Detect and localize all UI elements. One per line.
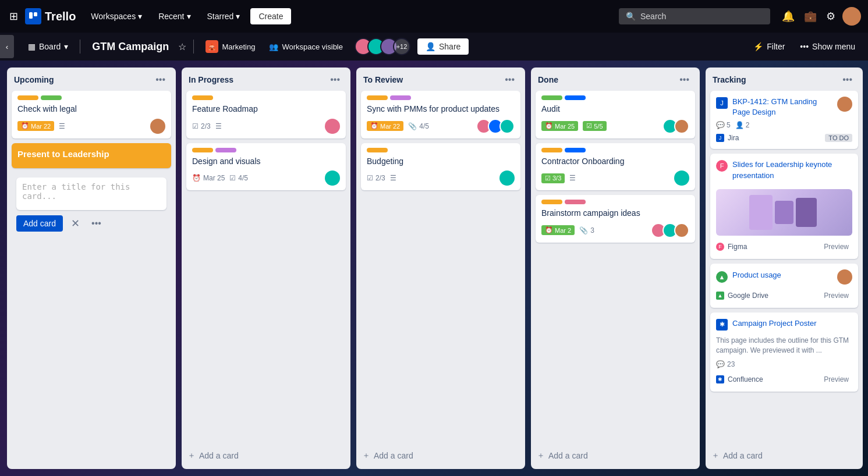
notification-icon[interactable]: 🔔 xyxy=(780,8,797,25)
label-blue xyxy=(565,148,586,152)
svg-rect-4 xyxy=(796,198,817,227)
add-card-submit-button[interactable]: Add card xyxy=(16,215,63,232)
checklist-badge-green: ☑ 3/3 xyxy=(541,173,565,183)
column-to-review-title: To Review xyxy=(363,75,501,84)
gdrive-small-icon: ▲ xyxy=(716,292,724,300)
filter-button[interactable]: ⚡ Filter xyxy=(747,39,791,54)
label-orange xyxy=(367,148,388,152)
card-brainstorm[interactable]: Brainstorm campaign ideas ⏰ Mar 2 📎 3 xyxy=(536,195,695,243)
new-card-title-input[interactable] xyxy=(22,182,161,203)
card-sync-pmms-avatars xyxy=(476,119,515,134)
avatar-3 xyxy=(499,119,515,134)
navbar: ⊞ Trello Workspaces ▾ Recent ▾ Starred ▾… xyxy=(0,0,868,33)
card-present-leadership[interactable]: Present to Leadership xyxy=(12,143,171,168)
campaign-poster-preview-button[interactable]: Preview xyxy=(820,374,852,385)
card-sync-pmms-title: Sync with PMMs for product updates xyxy=(367,104,515,115)
slides-preview-button[interactable]: Preview xyxy=(820,241,852,252)
product-usage-title[interactable]: Product usage xyxy=(732,270,832,280)
add-card-cancel-button[interactable]: ✕ xyxy=(68,215,83,232)
card-sync-pmms-footer: ⏰ Mar 22 📎 4/5 xyxy=(367,119,515,134)
card-feature-roadmap-title: Feature Roadmap xyxy=(192,104,340,115)
search-box[interactable]: 🔍 Search xyxy=(619,8,770,24)
member-count[interactable]: +12 xyxy=(393,38,410,55)
checklist-badge: ☑ 4/5 xyxy=(229,174,248,182)
column-upcoming-header: Upcoming ••• xyxy=(7,68,176,91)
grid-icon[interactable]: ⊞ xyxy=(7,8,20,25)
column-to-review-menu[interactable]: ••• xyxy=(501,73,518,86)
board-header: ‹ ▦ Board ▾ GTM Campaign ☆ 🎪 Marketing 👥… xyxy=(0,33,868,61)
add-icon: ＋ xyxy=(537,450,545,461)
column-done-menu[interactable]: ••• xyxy=(676,73,693,86)
label-pink xyxy=(565,200,586,204)
card-check-legal[interactable]: Check with legal ⏰ Mar 22 ☰ xyxy=(12,91,171,138)
checklist-badge: ☑ 2/3 xyxy=(192,122,211,130)
clock-icon: ⏰ xyxy=(545,226,553,234)
user-avatar[interactable] xyxy=(842,7,861,26)
workspace-icon: 🎪 xyxy=(206,40,218,53)
add-card-button-done[interactable]: ＋ Add a card xyxy=(531,447,700,464)
column-to-review-cards: Sync with PMMs for product updates ⏰ Mar… xyxy=(356,91,525,445)
visibility-button[interactable]: 👥 Workspace visible xyxy=(264,40,348,54)
card-contractor-onboarding-title: Contractor Onboarding xyxy=(541,156,689,168)
campaign-poster-title[interactable]: Campaign Project Poster xyxy=(732,318,817,329)
confluence-small-icon: ✱ xyxy=(716,375,724,383)
trello-logo-icon xyxy=(25,8,41,24)
add-card-button-to-review[interactable]: ＋ Add a card xyxy=(356,447,525,464)
column-done-title: Done xyxy=(538,75,676,84)
checklist-badge-green: ☑ 5/5 xyxy=(583,121,606,131)
add-card-more-button[interactable]: ••• xyxy=(88,216,105,231)
add-card-tracking-label: Add a card xyxy=(723,451,763,460)
card-budgeting-avatar xyxy=(499,170,515,186)
label-orange xyxy=(541,200,562,204)
nav-action-icons: 🔔 💼 ⚙ xyxy=(780,7,861,26)
jira-source-label: J Jira xyxy=(716,134,739,142)
column-in-progress-menu[interactable]: ••• xyxy=(327,73,343,86)
column-in-progress: In Progress ••• Feature Roadmap ☑ 2/3 ☰ xyxy=(182,68,350,469)
card-check-legal-labels xyxy=(17,95,165,100)
card-audit-title: Audit xyxy=(541,104,689,115)
card-budgeting[interactable]: Budgeting ☑ 2/3 ☰ xyxy=(361,143,520,191)
campaign-poster-description: This page includes the outline for this … xyxy=(716,336,852,356)
tracking-card-campaign-poster[interactable]: ✱ Campaign Project Poster This page incl… xyxy=(710,312,858,392)
column-upcoming-menu[interactable]: ••• xyxy=(152,73,169,86)
filter-label: Filter xyxy=(767,42,785,51)
card-feature-roadmap-labels xyxy=(192,95,340,100)
card-budgeting-footer: ☑ 2/3 ☰ xyxy=(367,170,515,186)
card-design-visuals[interactable]: Design and visuals ⏰ Mar 25 ☑ 4/5 xyxy=(186,143,346,191)
card-budgeting-labels xyxy=(367,148,515,152)
starred-menu[interactable]: Starred ▾ xyxy=(201,8,246,24)
tracking-card-product-usage[interactable]: ▲ Product usage ▲ Google Drive Preview xyxy=(710,264,858,308)
create-button[interactable]: Create xyxy=(250,8,291,24)
briefcase-icon[interactable]: 💼 xyxy=(802,8,819,25)
bkp1412-title[interactable]: BKP-1412: GTM Landing Page Design xyxy=(732,97,832,118)
share-button[interactable]: 👤 Share xyxy=(417,38,469,55)
slides-title[interactable]: Slides for Leadership keynote presentati… xyxy=(732,159,852,180)
product-usage-preview-button[interactable]: Preview xyxy=(820,290,852,301)
recent-menu[interactable]: Recent ▾ xyxy=(153,8,196,24)
card-feature-roadmap[interactable]: Feature Roadmap ☑ 2/3 ☰ xyxy=(186,91,346,138)
card-contractor-onboarding[interactable]: Contractor Onboarding ☑ 3/3 ☰ xyxy=(536,143,695,191)
board-view-label: Board xyxy=(39,42,61,51)
card-design-visuals-footer: ⏰ Mar 25 ☑ 4/5 xyxy=(192,170,340,186)
card-sync-pmms[interactable]: Sync with PMMs for product updates ⏰ Mar… xyxy=(361,91,520,138)
add-card-button-in-progress[interactable]: ＋ Add a card xyxy=(182,447,350,464)
star-button[interactable]: ☆ xyxy=(178,41,186,52)
workspace-link[interactable]: 🎪 Marketing xyxy=(201,37,260,56)
sidebar-toggle[interactable]: ‹ xyxy=(0,35,14,58)
description-badge: ☰ xyxy=(390,174,396,182)
member-avatars: +12 xyxy=(355,38,410,55)
confluence-source-label: ✱ Confluence xyxy=(716,375,763,383)
attachment-badge: 📎 4/5 xyxy=(408,122,429,130)
column-tracking-menu[interactable]: ••• xyxy=(839,73,856,86)
add-card-button-tracking[interactable]: ＋ Add a card xyxy=(706,447,863,464)
jira-icon: J xyxy=(716,97,728,109)
workspaces-menu[interactable]: Workspaces ▾ xyxy=(85,8,148,24)
show-menu-button[interactable]: ••• Show menu xyxy=(794,39,861,54)
card-audit[interactable]: Audit ⏰ Mar 25 ☑ 5/5 xyxy=(536,91,695,138)
board-view-selector[interactable]: ▦ Board ▾ xyxy=(23,39,73,54)
tracking-card-slides[interactable]: F Slides for Leadership keynote presenta… xyxy=(710,154,858,258)
add-card-label: Add a card xyxy=(199,451,239,460)
settings-icon[interactable]: ⚙ xyxy=(824,8,838,25)
svg-rect-2 xyxy=(749,195,773,230)
tracking-card-bkp1412[interactable]: J BKP-1412: GTM Landing Page Design 💬 5 … xyxy=(710,91,858,149)
